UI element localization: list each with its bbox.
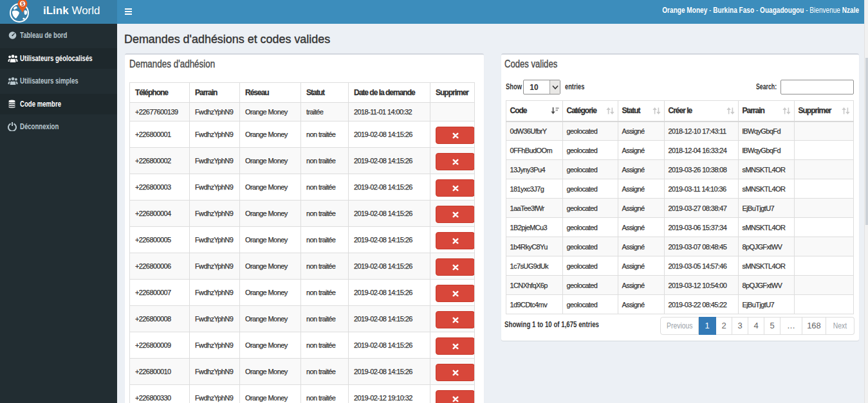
svg-text:$: $ (21, 1, 24, 7)
